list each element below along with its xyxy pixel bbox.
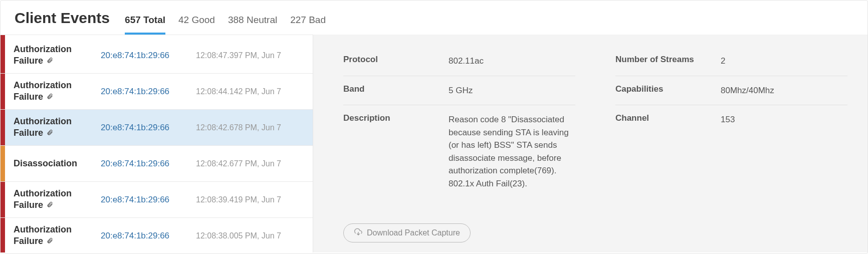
status-stripe-neutral bbox=[1, 146, 5, 181]
cloud-download-icon bbox=[354, 228, 363, 238]
tab-good[interactable]: 42 Good bbox=[178, 15, 215, 35]
attachment-icon bbox=[47, 200, 53, 211]
event-timestamp: 12:08:44.142 PM, Jun 7 bbox=[196, 87, 281, 96]
download-packet-capture-button[interactable]: Download Packet Capture bbox=[343, 223, 471, 242]
event-type: Authorization Failure bbox=[1, 116, 101, 139]
event-row[interactable]: Authorization Failure 20:e8:74:1b:29:66 … bbox=[1, 74, 313, 110]
event-mac-link[interactable]: 20:e8:74:1b:29:66 bbox=[101, 87, 196, 97]
event-type: Authorization Failure bbox=[1, 44, 101, 67]
attachment-icon bbox=[47, 56, 53, 67]
filter-tabs: 657 Total 42 Good 388 Neutral 227 Bad bbox=[125, 15, 326, 35]
event-row[interactable]: Authorization Failure 20:e8:74:1b:29:66 … bbox=[1, 218, 313, 252]
event-timestamp: 12:08:47.397 PM, Jun 7 bbox=[196, 51, 281, 60]
event-timestamp: 12:08:42.678 PM, Jun 7 bbox=[196, 123, 281, 132]
event-timestamp: 12:08:42.677 PM, Jun 7 bbox=[196, 159, 281, 168]
event-mac-link[interactable]: 20:e8:74:1b:29:66 bbox=[101, 51, 196, 61]
event-type: Disassociation bbox=[1, 158, 101, 169]
attachment-icon bbox=[47, 128, 53, 139]
status-stripe-bad bbox=[1, 74, 5, 109]
status-stripe-bad bbox=[1, 182, 5, 217]
event-row[interactable]: Authorization Failure 20:e8:74:1b:29:66 … bbox=[1, 38, 313, 74]
detail-label: Capabilities bbox=[615, 84, 721, 97]
event-details-panel: Protocol 802.11ac Band 5 GHz Description… bbox=[313, 35, 867, 252]
detail-label: Protocol bbox=[343, 55, 449, 68]
detail-value: 802.11ac bbox=[449, 55, 575, 68]
event-type: Authorization Failure bbox=[1, 188, 101, 211]
event-mac-link[interactable]: 20:e8:74:1b:29:66 bbox=[101, 195, 196, 205]
tab-total[interactable]: 657 Total bbox=[125, 15, 165, 35]
page-title: Client Events bbox=[15, 10, 110, 27]
event-mac-link[interactable]: 20:e8:74:1b:29:66 bbox=[101, 123, 196, 133]
event-mac-link[interactable]: 20:e8:74:1b:29:66 bbox=[101, 159, 196, 169]
download-label: Download Packet Capture bbox=[367, 228, 460, 237]
detail-label: Band bbox=[343, 84, 449, 97]
detail-label: Number of Streams bbox=[615, 55, 721, 68]
event-mac-link[interactable]: 20:e8:74:1b:29:66 bbox=[101, 231, 196, 241]
detail-value: 2 bbox=[721, 55, 847, 68]
status-stripe-bad bbox=[1, 218, 5, 252]
event-type: Authorization Failure bbox=[1, 80, 101, 103]
detail-label: Description bbox=[343, 113, 449, 190]
detail-value: Reason code 8 "Disassociated because sen… bbox=[449, 113, 575, 190]
tab-neutral[interactable]: 388 Neutral bbox=[228, 15, 277, 35]
attachment-icon bbox=[47, 236, 53, 247]
status-stripe-bad bbox=[1, 110, 5, 145]
event-list: Authorization Failure 20:e8:74:1b:29:66 … bbox=[1, 35, 313, 252]
status-stripe-bad bbox=[1, 38, 5, 73]
event-timestamp: 12:08:38.005 PM, Jun 7 bbox=[196, 231, 281, 240]
event-row[interactable]: Authorization Failure 20:e8:74:1b:29:66 … bbox=[1, 182, 313, 218]
event-timestamp: 12:08:39.419 PM, Jun 7 bbox=[196, 195, 281, 204]
detail-value: 5 GHz bbox=[449, 84, 575, 97]
detail-value: 153 bbox=[721, 113, 847, 126]
event-type: Authorization Failure bbox=[1, 224, 101, 247]
detail-label: Channel bbox=[615, 113, 721, 126]
event-row[interactable]: Disassociation 20:e8:74:1b:29:66 12:08:4… bbox=[1, 146, 313, 182]
attachment-icon bbox=[47, 92, 53, 103]
event-row[interactable]: Authorization Failure 20:e8:74:1b:29:66 … bbox=[1, 110, 313, 146]
detail-value: 80Mhz/40Mhz bbox=[721, 84, 847, 97]
tab-bad[interactable]: 227 Bad bbox=[290, 15, 326, 35]
